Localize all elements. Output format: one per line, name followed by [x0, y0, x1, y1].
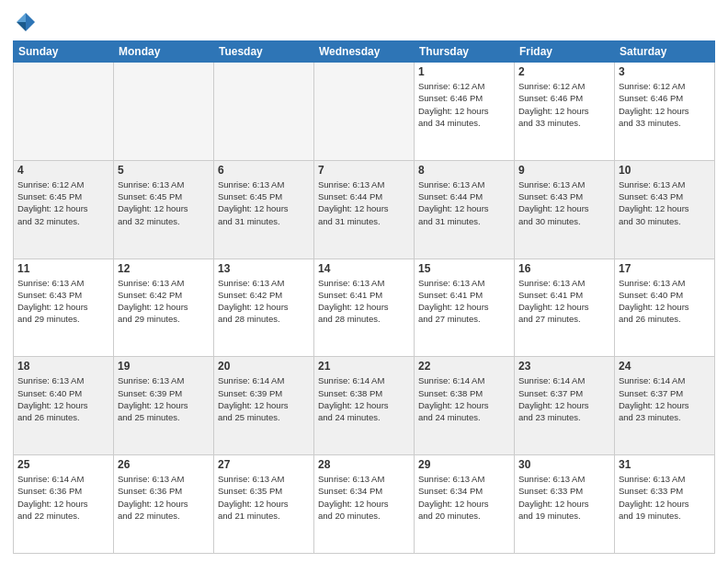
- day-cell-22: 22Sunrise: 6:14 AM Sunset: 6:38 PM Dayli…: [415, 357, 515, 455]
- day-info: Sunrise: 6:14 AM Sunset: 6:38 PM Dayligh…: [418, 374, 510, 423]
- day-number: 23: [518, 360, 610, 373]
- day-number: 7: [318, 164, 410, 177]
- week-row-3: 11Sunrise: 6:13 AM Sunset: 6:43 PM Dayli…: [14, 259, 715, 357]
- day-cell-19: 19Sunrise: 6:13 AM Sunset: 6:39 PM Dayli…: [114, 357, 214, 455]
- day-number: 29: [418, 458, 510, 471]
- day-number: 21: [318, 360, 410, 373]
- week-row-2: 4Sunrise: 6:12 AM Sunset: 6:45 PM Daylig…: [14, 160, 715, 259]
- day-cell-28: 28Sunrise: 6:13 AM Sunset: 6:34 PM Dayli…: [314, 455, 415, 554]
- svg-marker-3: [26, 22, 35, 31]
- day-info: Sunrise: 6:13 AM Sunset: 6:34 PM Dayligh…: [418, 473, 510, 522]
- day-info: Sunrise: 6:13 AM Sunset: 6:45 PM Dayligh…: [218, 178, 310, 227]
- page: SundayMondayTuesdayWednesdayThursdayFrid…: [0, 0, 728, 563]
- day-info: Sunrise: 6:14 AM Sunset: 6:36 PM Dayligh…: [17, 473, 109, 522]
- empty-cell: [114, 63, 214, 161]
- day-cell-17: 17Sunrise: 6:13 AM Sunset: 6:40 PM Dayli…: [615, 259, 715, 357]
- day-number: 11: [17, 262, 109, 275]
- day-cell-30: 30Sunrise: 6:13 AM Sunset: 6:33 PM Dayli…: [515, 455, 615, 554]
- day-info: Sunrise: 6:14 AM Sunset: 6:37 PM Dayligh…: [518, 374, 610, 423]
- day-cell-8: 8Sunrise: 6:13 AM Sunset: 6:44 PM Daylig…: [415, 160, 515, 259]
- logo: [13, 9, 42, 35]
- day-number: 16: [518, 262, 610, 275]
- weekday-header-tuesday: Tuesday: [214, 41, 314, 63]
- day-cell-23: 23Sunrise: 6:14 AM Sunset: 6:37 PM Dayli…: [515, 357, 615, 455]
- day-info: Sunrise: 6:13 AM Sunset: 6:41 PM Dayligh…: [518, 277, 610, 326]
- svg-marker-1: [17, 13, 26, 22]
- day-info: Sunrise: 6:12 AM Sunset: 6:46 PM Dayligh…: [418, 80, 510, 129]
- day-info: Sunrise: 6:13 AM Sunset: 6:45 PM Dayligh…: [118, 178, 210, 227]
- day-number: 4: [17, 164, 109, 177]
- calendar-table: SundayMondayTuesdayWednesdayThursdayFrid…: [13, 40, 715, 554]
- day-cell-1: 1Sunrise: 6:12 AM Sunset: 6:46 PM Daylig…: [415, 63, 515, 161]
- day-info: Sunrise: 6:13 AM Sunset: 6:42 PM Dayligh…: [218, 277, 310, 326]
- day-cell-16: 16Sunrise: 6:13 AM Sunset: 6:41 PM Dayli…: [515, 259, 615, 357]
- day-info: Sunrise: 6:14 AM Sunset: 6:37 PM Dayligh…: [619, 374, 711, 423]
- day-info: Sunrise: 6:13 AM Sunset: 6:33 PM Dayligh…: [518, 473, 610, 522]
- day-number: 20: [218, 360, 310, 373]
- day-info: Sunrise: 6:13 AM Sunset: 6:43 PM Dayligh…: [518, 178, 610, 227]
- day-number: 9: [518, 164, 610, 177]
- day-info: Sunrise: 6:13 AM Sunset: 6:44 PM Dayligh…: [318, 178, 410, 227]
- weekday-header-monday: Monday: [114, 41, 214, 63]
- header: [13, 9, 715, 35]
- day-number: 6: [218, 164, 310, 177]
- weekday-header-row: SundayMondayTuesdayWednesdayThursdayFrid…: [14, 41, 715, 63]
- weekday-header-wednesday: Wednesday: [314, 41, 415, 63]
- day-number: 15: [418, 262, 510, 275]
- day-number: 17: [619, 262, 711, 275]
- weekday-header-sunday: Sunday: [14, 41, 114, 63]
- day-number: 3: [619, 65, 711, 78]
- day-cell-6: 6Sunrise: 6:13 AM Sunset: 6:45 PM Daylig…: [214, 160, 314, 259]
- day-cell-10: 10Sunrise: 6:13 AM Sunset: 6:43 PM Dayli…: [615, 160, 715, 259]
- day-info: Sunrise: 6:14 AM Sunset: 6:39 PM Dayligh…: [218, 374, 310, 423]
- day-number: 26: [118, 458, 210, 471]
- empty-cell: [314, 63, 415, 161]
- day-cell-2: 2Sunrise: 6:12 AM Sunset: 6:46 PM Daylig…: [515, 63, 615, 161]
- day-cell-13: 13Sunrise: 6:13 AM Sunset: 6:42 PM Dayli…: [214, 259, 314, 357]
- day-number: 10: [619, 164, 711, 177]
- day-info: Sunrise: 6:13 AM Sunset: 6:33 PM Dayligh…: [619, 473, 711, 522]
- day-cell-14: 14Sunrise: 6:13 AM Sunset: 6:41 PM Dayli…: [314, 259, 415, 357]
- day-number: 31: [619, 458, 711, 471]
- empty-cell: [14, 63, 114, 161]
- day-number: 19: [118, 360, 210, 373]
- day-number: 5: [118, 164, 210, 177]
- weekday-header-saturday: Saturday: [615, 41, 715, 63]
- day-cell-3: 3Sunrise: 6:12 AM Sunset: 6:46 PM Daylig…: [615, 63, 715, 161]
- day-cell-5: 5Sunrise: 6:13 AM Sunset: 6:45 PM Daylig…: [114, 160, 214, 259]
- day-number: 22: [418, 360, 510, 373]
- day-info: Sunrise: 6:13 AM Sunset: 6:40 PM Dayligh…: [619, 277, 711, 326]
- day-number: 13: [218, 262, 310, 275]
- day-cell-26: 26Sunrise: 6:13 AM Sunset: 6:36 PM Dayli…: [114, 455, 214, 554]
- day-cell-24: 24Sunrise: 6:14 AM Sunset: 6:37 PM Dayli…: [615, 357, 715, 455]
- day-number: 28: [318, 458, 410, 471]
- day-number: 14: [318, 262, 410, 275]
- day-cell-7: 7Sunrise: 6:13 AM Sunset: 6:44 PM Daylig…: [314, 160, 415, 259]
- day-number: 18: [17, 360, 109, 373]
- day-info: Sunrise: 6:13 AM Sunset: 6:41 PM Dayligh…: [418, 277, 510, 326]
- day-cell-18: 18Sunrise: 6:13 AM Sunset: 6:40 PM Dayli…: [14, 357, 114, 455]
- day-cell-25: 25Sunrise: 6:14 AM Sunset: 6:36 PM Dayli…: [14, 455, 114, 554]
- day-cell-9: 9Sunrise: 6:13 AM Sunset: 6:43 PM Daylig…: [515, 160, 615, 259]
- day-info: Sunrise: 6:13 AM Sunset: 6:34 PM Dayligh…: [318, 473, 410, 522]
- weekday-header-thursday: Thursday: [415, 41, 515, 63]
- day-info: Sunrise: 6:14 AM Sunset: 6:38 PM Dayligh…: [318, 374, 410, 423]
- day-cell-29: 29Sunrise: 6:13 AM Sunset: 6:34 PM Dayli…: [415, 455, 515, 554]
- week-row-5: 25Sunrise: 6:14 AM Sunset: 6:36 PM Dayli…: [14, 455, 715, 554]
- day-info: Sunrise: 6:13 AM Sunset: 6:35 PM Dayligh…: [218, 473, 310, 522]
- week-row-4: 18Sunrise: 6:13 AM Sunset: 6:40 PM Dayli…: [14, 357, 715, 455]
- day-info: Sunrise: 6:13 AM Sunset: 6:40 PM Dayligh…: [17, 374, 109, 423]
- svg-marker-2: [17, 22, 26, 31]
- day-number: 12: [118, 262, 210, 275]
- day-info: Sunrise: 6:13 AM Sunset: 6:44 PM Dayligh…: [418, 178, 510, 227]
- day-cell-21: 21Sunrise: 6:14 AM Sunset: 6:38 PM Dayli…: [314, 357, 415, 455]
- day-cell-4: 4Sunrise: 6:12 AM Sunset: 6:45 PM Daylig…: [14, 160, 114, 259]
- day-number: 8: [418, 164, 510, 177]
- day-number: 27: [218, 458, 310, 471]
- day-info: Sunrise: 6:13 AM Sunset: 6:36 PM Dayligh…: [118, 473, 210, 522]
- day-info: Sunrise: 6:13 AM Sunset: 6:42 PM Dayligh…: [118, 277, 210, 326]
- day-number: 24: [619, 360, 711, 373]
- day-number: 1: [418, 65, 510, 78]
- day-info: Sunrise: 6:12 AM Sunset: 6:45 PM Dayligh…: [17, 178, 109, 227]
- day-number: 30: [518, 458, 610, 471]
